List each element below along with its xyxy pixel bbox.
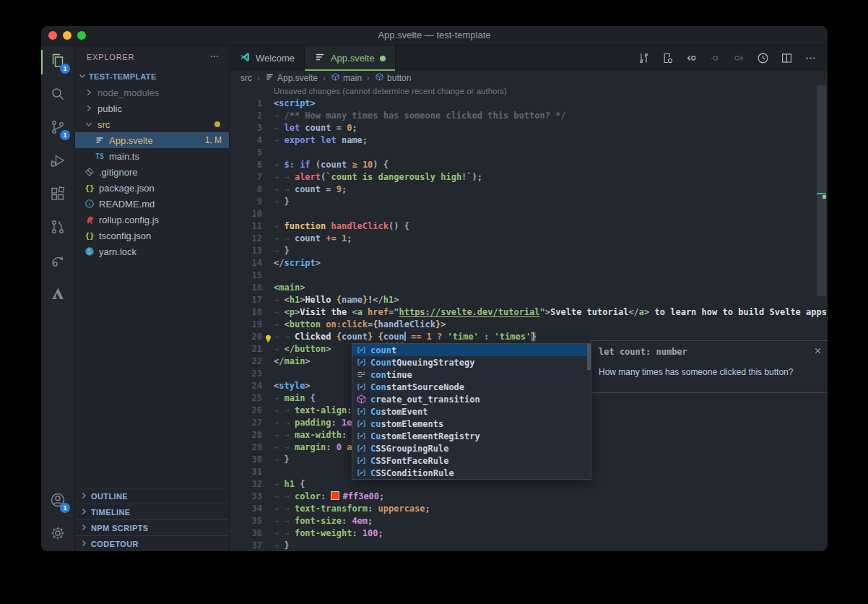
line-number: 35 bbox=[230, 515, 262, 527]
tree-item-package-json[interactable]: {}package.json bbox=[75, 180, 229, 196]
code-line-18[interactable]: 18→ <p>Visit the <a href="https://svelte… bbox=[230, 306, 828, 319]
suggestion-cssgroupingrule[interactable]: CSSGroupingRule bbox=[352, 442, 591, 454]
code-line-9[interactable]: 9→ } bbox=[230, 196, 828, 208]
breadcrumb-item-button[interactable]: button bbox=[375, 72, 411, 84]
code-line-16[interactable]: 16<main> bbox=[230, 282, 828, 294]
code-line-17[interactable]: 17→ <h1>Hello {name}!</h1> bbox=[230, 294, 828, 306]
code-line-8[interactable]: 8→ → count = 9; bbox=[230, 184, 828, 196]
line-number: 1 bbox=[230, 98, 262, 110]
sidebar-section-outline[interactable]: OUTLINE bbox=[75, 488, 229, 504]
close-icon[interactable] bbox=[813, 345, 823, 354]
suggestion-count[interactable]: count bbox=[352, 344, 591, 356]
suggestion-customelementregistry[interactable]: CustomElementRegistry bbox=[352, 430, 591, 442]
code-editor[interactable]: Unsaved changes (cannot determine recent… bbox=[230, 85, 828, 551]
line-number: 23 bbox=[230, 368, 262, 380]
activity-item-azure[interactable] bbox=[41, 278, 74, 311]
activity-item-search[interactable] bbox=[41, 79, 74, 112]
code-line-14[interactable]: 14</script> bbox=[230, 257, 828, 269]
line-number: 13 bbox=[230, 245, 262, 257]
suggestion-cssconditionrule[interactable]: CSSConditionRule bbox=[352, 467, 591, 479]
suggestion-create_out_transition[interactable]: create_out_transition bbox=[352, 393, 591, 405]
tree-root-test-template[interactable]: TEST-TEMPLATE bbox=[75, 69, 229, 85]
sidebar-section-npm-scripts[interactable]: NPM SCRIPTS bbox=[75, 519, 229, 535]
code-line-32[interactable]: 32→ h1 { bbox=[230, 478, 828, 491]
activity-item-live-share[interactable] bbox=[41, 245, 74, 278]
suggestion-customelements[interactable]: customElements bbox=[352, 418, 591, 430]
breadcrumb[interactable]: src›App.svelte›main›button bbox=[230, 71, 828, 85]
code-line-33[interactable]: 33→ → color: #ff3e00; bbox=[230, 491, 828, 503]
unsaved-dot[interactable] bbox=[380, 56, 386, 61]
suggest-scrollbar[interactable] bbox=[587, 344, 591, 370]
breadcrumb-item-main[interactable]: main bbox=[331, 72, 362, 84]
title-bar[interactable]: App.svelte — test-template bbox=[41, 26, 828, 46]
code-line-35[interactable]: 35→ → font-size: 4em; bbox=[230, 515, 828, 527]
code-line-10[interactable]: 10 bbox=[230, 208, 828, 220]
line-number: 33 bbox=[230, 491, 262, 503]
more-actions-button[interactable] bbox=[804, 51, 817, 65]
suggestion-constantsourcenode[interactable]: ConstantSourceNode bbox=[352, 381, 591, 393]
code-line-13[interactable]: 13→ } bbox=[230, 245, 828, 257]
gitlens-commit-graph-button[interactable] bbox=[637, 51, 651, 65]
line-content bbox=[262, 368, 274, 380]
suggestion-countqueuingstrategy[interactable]: CountQueuingStrategy bbox=[352, 356, 591, 368]
code-line-5[interactable]: 5 bbox=[230, 147, 828, 159]
line-number: 29 bbox=[230, 441, 262, 454]
editor-scrollbar[interactable] bbox=[817, 85, 826, 296]
sidebar-section-timeline[interactable]: TIMELINE bbox=[75, 504, 229, 519]
tab-welcome[interactable]: Welcome bbox=[230, 46, 305, 71]
suggestion-cssfontfacerule[interactable]: CSSFontFaceRule bbox=[352, 454, 591, 467]
tree-item-rollup-config-js[interactable]: rollup.config.js bbox=[75, 212, 229, 228]
tree-item--gitignore[interactable]: .gitignore bbox=[75, 164, 229, 180]
open-changes-button[interactable] bbox=[661, 51, 674, 65]
tree-item-node-modules[interactable]: node_modules bbox=[75, 85, 229, 100]
activity-item-settings[interactable] bbox=[41, 518, 74, 551]
code-line-37[interactable]: 37→ } bbox=[230, 540, 828, 551]
activity-item-run-and-debug[interactable] bbox=[41, 145, 74, 178]
code-line-36[interactable]: 36→ → font-weight: 100; bbox=[230, 527, 828, 540]
breadcrumb-item-src[interactable]: src bbox=[240, 73, 252, 83]
line-content: <script> bbox=[262, 98, 316, 110]
sidebar-header: EXPLORER bbox=[75, 46, 229, 69]
activity-item-accounts[interactable]: 1 bbox=[41, 485, 74, 518]
code-line-12[interactable]: 12→ → count += 1; bbox=[230, 233, 828, 245]
explorer-more-actions-button[interactable] bbox=[209, 51, 220, 64]
chevron-down-icon bbox=[77, 71, 87, 82]
code-line-11[interactable]: 11→ function handleClick() { bbox=[230, 220, 828, 233]
git-status-badge: 1, M bbox=[205, 135, 229, 145]
file-label: main.ts bbox=[109, 151, 139, 162]
tree-item-yarn-lock[interactable]: yarn.lock bbox=[75, 243, 229, 259]
breadcrumb-item-app-svelte[interactable]: App.svelte bbox=[265, 72, 318, 84]
activity-item-source-control[interactable]: 1 bbox=[41, 112, 74, 145]
split-editor-button[interactable] bbox=[780, 51, 794, 65]
code-line-2[interactable]: 2→ /** How many times has someone clicke… bbox=[230, 110, 828, 122]
previous-change-button[interactable] bbox=[685, 51, 698, 65]
line-number: 27 bbox=[230, 417, 262, 429]
suggestion-continue[interactable]: continue bbox=[352, 368, 591, 381]
tree-item-public[interactable]: public bbox=[75, 100, 229, 116]
tree-item-tsconfig-json[interactable]: {}tsconfig.json bbox=[75, 228, 229, 243]
code-line-15[interactable]: 15 bbox=[230, 269, 828, 282]
yarn-file-icon bbox=[84, 246, 95, 256]
tree-item-app-svelte[interactable]: App.svelte1, M bbox=[75, 132, 229, 148]
tab-app-svelte[interactable]: App.svelte bbox=[305, 46, 396, 71]
code-line-34[interactable]: 34→ → text-transform: uppercase; bbox=[230, 503, 828, 515]
activity-item-explorer[interactable]: 1 bbox=[41, 46, 74, 79]
code-line-7[interactable]: 7→ → alert(`count is dangerously high!`)… bbox=[230, 171, 828, 184]
lightbulb-icon[interactable] bbox=[264, 332, 273, 342]
suggestion-customevent[interactable]: CustomEvent bbox=[352, 405, 591, 418]
code-line-1[interactable]: 1<script> bbox=[230, 98, 828, 110]
code-line-6[interactable]: 6→ $: if (count ≥ 10) { bbox=[230, 159, 828, 171]
tree-item-main-ts[interactable]: TSmain.ts bbox=[75, 148, 229, 164]
tree-item-readme-md[interactable]: README.md bbox=[75, 196, 229, 212]
symbol-variable-icon bbox=[356, 357, 367, 368]
tree-item-src[interactable]: src bbox=[75, 116, 229, 132]
code-line-3[interactable]: 3→ let count = 0; bbox=[230, 122, 828, 134]
code-line-19[interactable]: 19→ <button on:click={handleClick}> bbox=[230, 319, 828, 331]
line-number: 18 bbox=[230, 306, 262, 319]
activity-item-extensions[interactable] bbox=[41, 178, 74, 212]
activity-item-github-pull-requests[interactable] bbox=[41, 212, 74, 245]
line-number: 30 bbox=[230, 454, 262, 466]
sidebar-section-codetour[interactable]: CODETOUR bbox=[75, 535, 229, 551]
code-line-4[interactable]: 4→ export let name; bbox=[230, 134, 828, 147]
file-history-button[interactable] bbox=[756, 51, 770, 65]
